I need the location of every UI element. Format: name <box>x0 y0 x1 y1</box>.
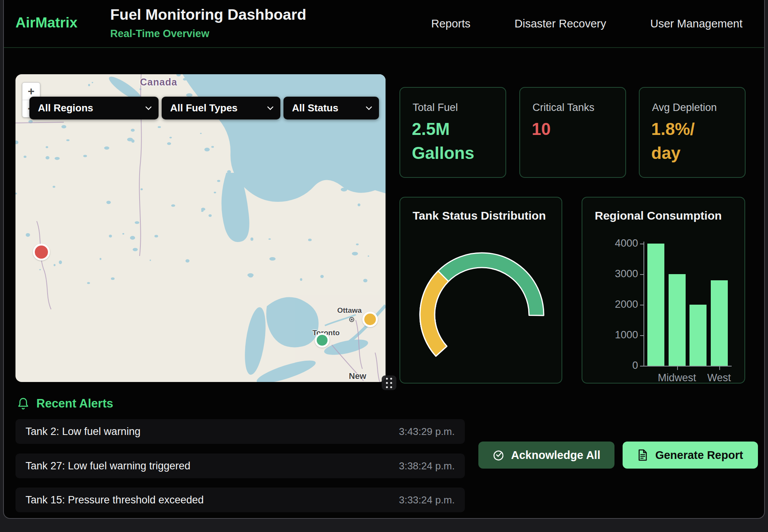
x-axis <box>643 366 732 367</box>
fuel-map[interactable]: Canada Ottawa Toronto New York + − All R… <box>15 74 386 382</box>
y-tick-label: 1000 <box>596 329 638 341</box>
fuel-type-filter-dropdown[interactable]: All Fuel Types <box>162 97 280 119</box>
alert-timestamp: 3:33:24 p.m. <box>399 494 455 506</box>
stat-label: Total Fuel <box>413 102 458 114</box>
generate-report-label: Generate Report <box>655 449 743 462</box>
alert-timestamp: 3:43:29 p.m. <box>399 426 455 438</box>
tank-marker[interactable] <box>362 312 378 327</box>
tank-marker[interactable] <box>33 244 50 261</box>
nav-item-user-management[interactable]: User Management <box>650 17 742 30</box>
generate-report-button[interactable]: Generate Report <box>623 442 758 469</box>
region-filter-value: All Regions <box>38 102 93 114</box>
stat-label: Critical Tanks <box>532 102 594 114</box>
app-logo: AirMatrix <box>15 15 77 31</box>
main-nav: Reports Disaster Recovery User Managemen… <box>431 0 742 47</box>
regional-consumption-card: Regional Consumption 01000200030004000Mi… <box>582 197 745 384</box>
chevron-down-icon <box>267 106 273 110</box>
consumption-bar <box>669 274 686 366</box>
chevron-down-icon <box>366 106 372 110</box>
y-tick-label: 2000 <box>596 298 638 310</box>
page-title: Fuel Monitoring Dashboard <box>110 6 306 23</box>
status-filter-value: All Status <box>292 102 338 114</box>
map-filters: All Regions All Fuel Types All Status <box>29 97 379 119</box>
chevron-down-icon <box>145 106 152 110</box>
nav-item-reports[interactable]: Reports <box>431 17 471 30</box>
stat-value: 2.5M Gallons <box>412 117 474 165</box>
y-tick <box>640 305 643 305</box>
dashboard-window: AirMatrix Fuel Monitoring Dashboard Real… <box>3 0 765 519</box>
document-icon <box>637 449 648 461</box>
map-label-canada: Canada <box>140 77 177 88</box>
alert-row: Tank 2: Low fuel warning 3:43:29 p.m. <box>15 419 465 444</box>
x-tick-label: West <box>692 372 746 384</box>
stat-label: Avg Depletion <box>652 102 717 114</box>
map-label-newyork: New York <box>349 371 386 382</box>
alert-text: Tank 2: Low fuel warning <box>26 426 140 438</box>
status-filter-dropdown[interactable]: All Status <box>283 97 379 119</box>
tank-marker[interactable] <box>315 333 329 348</box>
stat-card-critical-tanks: Critical Tanks 10 <box>519 87 626 178</box>
bar-chart: 01000200030004000MidwestWest <box>582 198 745 384</box>
consumption-bar <box>689 305 707 366</box>
yellow-segment <box>420 271 449 356</box>
stat-value: 1.8%/ day <box>651 117 695 165</box>
alerts-section-title: Recent Alerts <box>36 397 113 411</box>
acknowledge-all-button[interactable]: Acknowledge All <box>478 442 614 469</box>
alert-timestamp: 3:38:24 p.m. <box>399 460 455 472</box>
stat-card-total-fuel: Total Fuel 2.5M Gallons <box>399 87 506 178</box>
top-bar: AirMatrix Fuel Monitoring Dashboard Real… <box>4 0 764 48</box>
alert-text: Tank 15: Pressure threshold exceeded <box>26 494 204 506</box>
alert-row: Tank 27: Low fuel warning triggered 3:38… <box>15 454 465 478</box>
bell-icon <box>17 397 29 411</box>
nav-item-disaster-recovery[interactable]: Disaster Recovery <box>515 17 606 30</box>
region-filter-dropdown[interactable]: All Regions <box>29 97 159 119</box>
check-circle-icon <box>493 449 504 461</box>
y-tick <box>640 335 643 336</box>
donut-chart <box>400 198 563 384</box>
fuel-type-filter-value: All Fuel Types <box>170 102 237 114</box>
y-axis <box>643 242 644 367</box>
tank-status-distribution-card: Tank Status Distribution <box>399 197 562 384</box>
x-tick <box>719 367 720 370</box>
page-subtitle: Real-Time Overview <box>110 28 209 40</box>
y-tick-label: 3000 <box>596 268 638 280</box>
acknowledge-all-label: Acknowledge All <box>511 449 601 462</box>
resize-grip-icon[interactable] <box>382 375 396 390</box>
consumption-bar <box>711 280 728 366</box>
x-tick <box>677 367 678 370</box>
stat-card-avg-depletion: Avg Depletion 1.8%/ day <box>639 87 746 178</box>
consumption-bar <box>647 244 664 366</box>
stat-value: 10 <box>532 117 551 141</box>
map-label-ottawa: Ottawa <box>337 306 362 315</box>
y-tick <box>640 244 643 244</box>
y-tick <box>640 274 643 275</box>
alert-row: Tank 15: Pressure threshold exceeded 3:3… <box>15 488 465 512</box>
ottawa-town-icon <box>349 317 354 322</box>
alert-text: Tank 27: Low fuel warning triggered <box>26 460 190 472</box>
y-tick <box>640 366 643 367</box>
y-tick-label: 0 <box>596 360 638 372</box>
y-tick-label: 4000 <box>596 237 638 249</box>
